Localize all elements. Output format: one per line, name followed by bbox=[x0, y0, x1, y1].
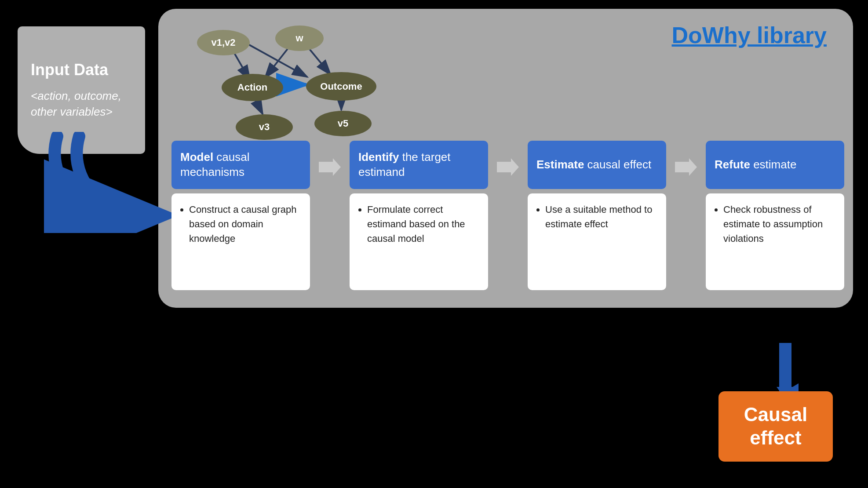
svg-line-5 bbox=[307, 47, 331, 75]
node-w: w bbox=[275, 25, 324, 51]
graph-area: v1,v2 w Action Outcome v3 v5 bbox=[171, 18, 418, 141]
step-refute-normal: estimate bbox=[750, 158, 797, 171]
steps-row: Model causal mechanisms Construct a caus… bbox=[171, 141, 844, 290]
svg-marker-10 bbox=[497, 158, 519, 176]
svg-line-4 bbox=[265, 47, 289, 78]
step-refute-header: Refute estimate bbox=[706, 141, 844, 189]
step-identify-header: Identify the target estimand bbox=[350, 141, 488, 189]
output-label: Causal effect bbox=[718, 403, 833, 450]
step-model: Model causal mechanisms Construct a caus… bbox=[171, 141, 310, 290]
step-identify-bullet: Formulate correct estimand based on the … bbox=[367, 202, 479, 246]
step-estimate-bold: Estimate bbox=[536, 158, 584, 171]
dowhy-title: DoWhy library bbox=[672, 22, 827, 48]
step-identify: Identify the target estimand Formulate c… bbox=[350, 141, 488, 290]
arrow-3 bbox=[675, 141, 697, 176]
node-v3: v3 bbox=[236, 114, 293, 140]
step-estimate: Estimate causal effect Use a suitable me… bbox=[528, 141, 666, 290]
step-identify-bold: Identify bbox=[358, 150, 399, 164]
node-v5: v5 bbox=[314, 111, 372, 136]
node-outcome: Outcome bbox=[306, 72, 376, 101]
step-model-bullet: Construct a causal graph based on domain… bbox=[189, 202, 301, 246]
node-v1v2: v1,v2 bbox=[197, 30, 250, 55]
output-box: Causal effect bbox=[718, 391, 833, 462]
step-refute-body: Check robustness of estimate to assumpti… bbox=[706, 193, 844, 290]
input-data-subtitle: <action, outcome, other variables> bbox=[31, 88, 132, 120]
arrow-2 bbox=[497, 141, 519, 176]
step-estimate-normal: causal effect bbox=[584, 158, 651, 171]
step-refute-bullet: Check robustness of estimate to assumpti… bbox=[723, 202, 835, 246]
svg-marker-11 bbox=[675, 158, 697, 176]
input-arrow bbox=[44, 132, 171, 233]
step-estimate-header: Estimate causal effect bbox=[528, 141, 666, 189]
step-estimate-bullet: Use a suitable method to estimate effect bbox=[545, 202, 657, 231]
step-model-bold: Model bbox=[180, 150, 213, 164]
node-action: Action bbox=[222, 74, 283, 101]
step-refute-bold: Refute bbox=[715, 158, 750, 171]
arrow-1 bbox=[319, 141, 341, 176]
step-identify-body: Formulate correct estimand based on the … bbox=[350, 193, 488, 290]
input-data-title: Input Data bbox=[31, 61, 132, 79]
svg-marker-9 bbox=[319, 158, 341, 176]
step-refute: Refute estimate Check robustness of esti… bbox=[706, 141, 844, 290]
step-model-body: Construct a causal graph based on domain… bbox=[171, 193, 310, 290]
step-estimate-body: Use a suitable method to estimate effect bbox=[528, 193, 666, 290]
step-model-header: Model causal mechanisms bbox=[171, 141, 310, 189]
main-panel: DoWhy library bbox=[158, 9, 853, 308]
